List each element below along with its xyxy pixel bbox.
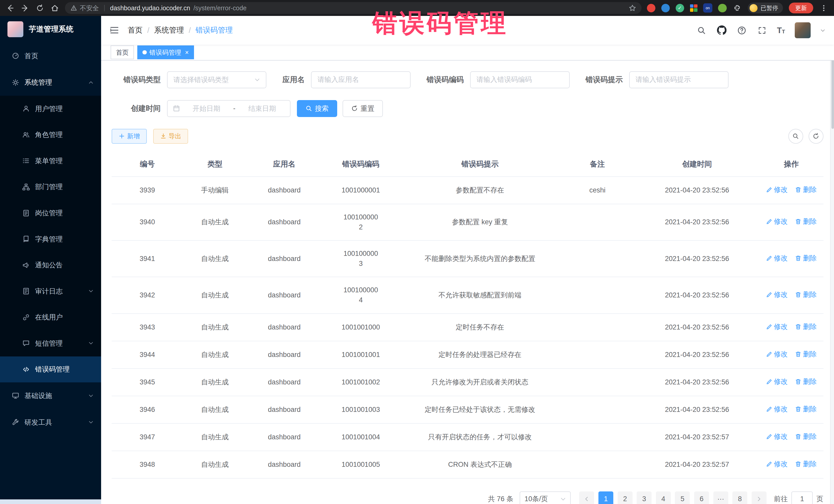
page-button-1[interactable]: 1 bbox=[598, 491, 613, 504]
delete-link[interactable]: 删除 bbox=[795, 290, 817, 300]
delete-link[interactable]: 删除 bbox=[795, 404, 817, 414]
hide-search-button[interactable] bbox=[788, 129, 803, 144]
sidebar-item-error-code[interactable]: 错误码管理 bbox=[0, 356, 101, 382]
chevron-down-icon bbox=[88, 288, 94, 294]
font-size-icon[interactable]: TT bbox=[777, 26, 785, 35]
cell-time: 2021-04-20 23:52:56 bbox=[635, 313, 759, 341]
sidebar-item-sms[interactable]: 短信管理 bbox=[0, 330, 101, 356]
refresh-table-button[interactable] bbox=[809, 129, 824, 144]
error-msg-input[interactable] bbox=[629, 71, 729, 88]
edit-link[interactable]: 修改 bbox=[766, 432, 788, 442]
page-button-4[interactable]: 4 bbox=[656, 491, 671, 504]
sidebar-item-infrastructure[interactable]: 基础设施 bbox=[0, 382, 101, 409]
sidebar-item-notices[interactable]: 通知公告 bbox=[0, 252, 101, 278]
sidebar-item-roles[interactable]: 角色管理 bbox=[0, 122, 101, 148]
sidebar-item-dev-tools[interactable]: 研发工具 bbox=[0, 409, 101, 436]
breadcrumb-home[interactable]: 首页 bbox=[128, 25, 142, 36]
delete-link[interactable]: 删除 bbox=[795, 377, 817, 387]
sidebar-item-dictionary[interactable]: 字典管理 bbox=[0, 226, 101, 252]
page-button-8[interactable]: 8 bbox=[732, 491, 747, 504]
edit-link[interactable]: 修改 bbox=[766, 322, 788, 332]
page-button-6[interactable]: 6 bbox=[694, 491, 709, 504]
tab-error-code[interactable]: 错误码管理 × bbox=[137, 45, 194, 59]
app-logo: 芋道管理系统 bbox=[0, 16, 101, 43]
sidebar-item-menus[interactable]: 菜单管理 bbox=[0, 148, 101, 174]
edit-link[interactable]: 修改 bbox=[766, 459, 788, 469]
page-ellipsis[interactable]: ··· bbox=[714, 491, 728, 504]
next-page-button[interactable] bbox=[752, 491, 767, 504]
sidebar-item-users[interactable]: 用户管理 bbox=[0, 96, 101, 122]
delete-link[interactable]: 删除 bbox=[795, 185, 817, 195]
forward-icon[interactable] bbox=[20, 3, 30, 13]
app-name-input[interactable] bbox=[311, 71, 411, 88]
tab-close-icon[interactable]: × bbox=[185, 49, 189, 56]
cell-time: 2021-04-20 23:52:57 bbox=[635, 423, 759, 451]
goto-page-input[interactable] bbox=[791, 491, 813, 504]
back-icon[interactable] bbox=[5, 3, 15, 13]
sidebar-item-departments[interactable]: 部门管理 bbox=[0, 174, 101, 200]
error-code-input[interactable] bbox=[470, 71, 570, 88]
fullscreen-icon[interactable] bbox=[757, 25, 767, 36]
edit-link[interactable]: 修改 bbox=[766, 404, 788, 414]
delete-link[interactable]: 删除 bbox=[795, 322, 817, 332]
delete-link[interactable]: 删除 bbox=[795, 217, 817, 226]
sidebar-scrollbar[interactable] bbox=[0, 499, 101, 504]
edit-link[interactable]: 修改 bbox=[766, 253, 788, 263]
page-size-select[interactable]: 10条/页 bbox=[520, 491, 571, 504]
search-icon[interactable] bbox=[696, 25, 707, 36]
edit-link[interactable]: 修改 bbox=[766, 290, 788, 300]
caret-down-icon[interactable] bbox=[820, 28, 826, 33]
add-button[interactable]: 新增 bbox=[112, 129, 147, 144]
reset-button[interactable]: 重置 bbox=[343, 100, 383, 117]
delete-link[interactable]: 删除 bbox=[795, 432, 817, 442]
prev-page-button[interactable] bbox=[579, 491, 594, 504]
date-range-picker[interactable]: 开始日期 - 结束日期 bbox=[167, 100, 290, 117]
page-scrollbar[interactable] bbox=[830, 16, 834, 504]
vue-devtools-icon[interactable]: ✓ bbox=[676, 4, 684, 12]
sidebar-item-posts[interactable]: 岗位管理 bbox=[0, 200, 101, 226]
browser-profile-button[interactable]: 已暂停 bbox=[748, 3, 783, 13]
tab-home[interactable]: 首页 bbox=[111, 45, 134, 59]
security-chip[interactable]: 不安全 bbox=[70, 4, 99, 12]
extension-blue-icon[interactable] bbox=[661, 4, 670, 12]
sidebar-item-online-users[interactable]: 在线用户 bbox=[0, 304, 101, 330]
extension-grid-icon[interactable] bbox=[690, 4, 698, 12]
address-bar[interactable]: 不安全 dashboard.yudao.iocoder.cn/system/er… bbox=[65, 2, 641, 14]
extensions-puzzle-icon[interactable] bbox=[732, 3, 742, 13]
error-code-table: 编号 类型 应用名 错误码编码 错误码提示 备注 创建时间 操作 bbox=[112, 152, 823, 479]
edit-link[interactable]: 修改 bbox=[766, 349, 788, 359]
export-button[interactable]: 导出 bbox=[153, 129, 188, 144]
bookmark-star-icon[interactable] bbox=[629, 4, 636, 12]
user-avatar[interactable] bbox=[795, 22, 811, 38]
page-button-3[interactable]: 3 bbox=[637, 491, 652, 504]
error-type-select[interactable]: 请选择错误码类型 bbox=[167, 71, 267, 88]
extension-red-icon[interactable] bbox=[647, 4, 655, 12]
sidebar-item-home[interactable]: 首页 bbox=[0, 43, 101, 69]
password-manager-icon[interactable]: on bbox=[703, 3, 712, 12]
sidebar-item-system[interactable]: 系统管理 bbox=[0, 69, 101, 96]
help-icon[interactable] bbox=[737, 25, 747, 36]
extension-green-icon[interactable] bbox=[718, 4, 726, 12]
cell-remark bbox=[560, 341, 635, 369]
breadcrumb-system[interactable]: 系统管理 bbox=[154, 25, 184, 36]
delete-link[interactable]: 删除 bbox=[795, 253, 817, 263]
delete-link[interactable]: 删除 bbox=[795, 349, 817, 359]
github-icon[interactable] bbox=[716, 25, 727, 36]
cell-remark bbox=[560, 423, 635, 451]
edit-link[interactable]: 修改 bbox=[766, 377, 788, 387]
page-button-2[interactable]: 2 bbox=[618, 491, 633, 504]
home-icon[interactable] bbox=[50, 3, 60, 13]
reload-icon[interactable] bbox=[35, 3, 45, 13]
cell-remark bbox=[560, 277, 635, 313]
sidebar-item-audit-log[interactable]: 审计日志 bbox=[0, 278, 101, 304]
edit-link[interactable]: 修改 bbox=[766, 217, 788, 226]
table-row: 3943 自动生成 dashboard 1001001000 定时任务不存在 2… bbox=[112, 313, 823, 341]
edit-link[interactable]: 修改 bbox=[766, 185, 788, 195]
logo-image bbox=[7, 21, 23, 37]
sidebar-toggle-icon[interactable] bbox=[110, 25, 119, 35]
browser-menu-icon[interactable] bbox=[819, 3, 829, 13]
delete-link[interactable]: 删除 bbox=[795, 459, 817, 469]
page-button-5[interactable]: 5 bbox=[675, 491, 690, 504]
search-button[interactable]: 搜索 bbox=[297, 100, 337, 117]
browser-update-button[interactable]: 更新 bbox=[789, 3, 813, 13]
